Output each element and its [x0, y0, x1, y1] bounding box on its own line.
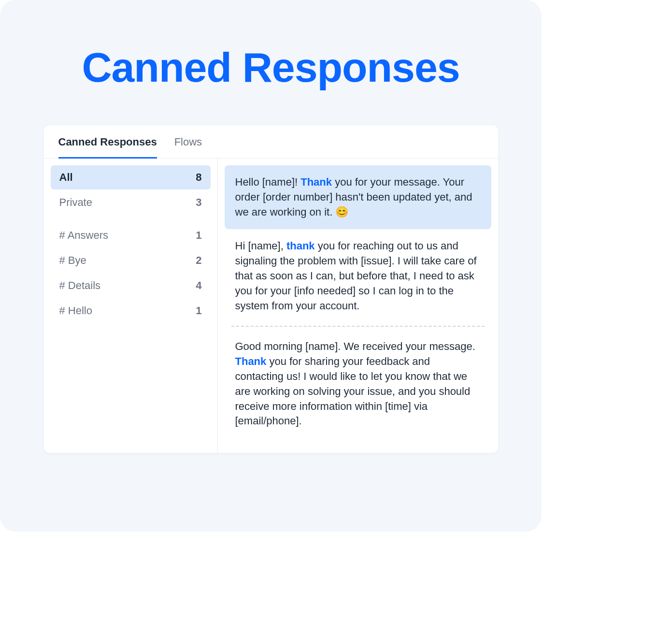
response-text-post: you for sharing your feedback and contac…	[235, 355, 471, 427]
sidebar-tag-details[interactable]: # Details 4	[51, 274, 211, 298]
tab-canned-responses[interactable]: Canned Responses	[58, 136, 157, 159]
sidebar-item-count: 3	[196, 196, 201, 209]
tab-flows[interactable]: Flows	[174, 136, 202, 159]
sidebar-item-all[interactable]: All 8	[51, 165, 211, 189]
response-text-pre: Hello [name]!	[235, 176, 301, 188]
sidebar-divider	[51, 216, 211, 223]
response-item[interactable]: Hello [name]! Thank you for your message…	[225, 165, 491, 229]
sidebar-item-private[interactable]: Private 3	[51, 190, 211, 215]
sidebar-tag-hello[interactable]: # Hello 1	[51, 299, 211, 323]
response-highlight: Thank	[300, 176, 332, 188]
response-item[interactable]: Good morning [name]. We received your me…	[225, 330, 491, 438]
sidebar-item-count: 2	[196, 254, 201, 267]
responses-list: Hello [name]! Thank you for your message…	[218, 159, 498, 453]
sidebar-tag-answers[interactable]: # Answers 1	[51, 223, 211, 247]
sidebar-item-count: 8	[196, 171, 201, 184]
responses-card: Canned Responses Flows All 8 Private 3 #…	[44, 125, 498, 453]
response-text-pre: Good morning [name]. We received your me…	[235, 340, 475, 352]
sidebar-item-label: # Answers	[59, 229, 109, 242]
sidebar-tag-bye[interactable]: # Bye 2	[51, 248, 211, 273]
sidebar-item-label: # Bye	[59, 254, 86, 267]
sidebar-item-label: # Details	[59, 279, 101, 292]
response-highlight: Thank	[235, 355, 267, 367]
app-container: Canned Responses Canned Responses Flows …	[0, 0, 542, 532]
page-title: Canned Responses	[82, 44, 459, 91]
response-divider	[231, 326, 485, 327]
response-highlight: thank	[286, 240, 315, 252]
response-text-pre: Hi [name],	[235, 240, 286, 252]
sidebar-item-label: All	[59, 171, 73, 184]
sidebar-item-count: 1	[196, 304, 201, 317]
tab-bar: Canned Responses Flows	[44, 125, 498, 159]
card-body: All 8 Private 3 # Answers 1 # Bye 2 #	[44, 159, 498, 453]
sidebar: All 8 Private 3 # Answers 1 # Bye 2 #	[44, 159, 218, 453]
sidebar-item-count: 1	[196, 229, 201, 242]
sidebar-item-label: # Hello	[59, 304, 92, 317]
sidebar-item-label: Private	[59, 196, 92, 209]
response-item[interactable]: Hi [name], thank you for reaching out to…	[225, 229, 491, 323]
sidebar-item-count: 4	[196, 279, 201, 292]
